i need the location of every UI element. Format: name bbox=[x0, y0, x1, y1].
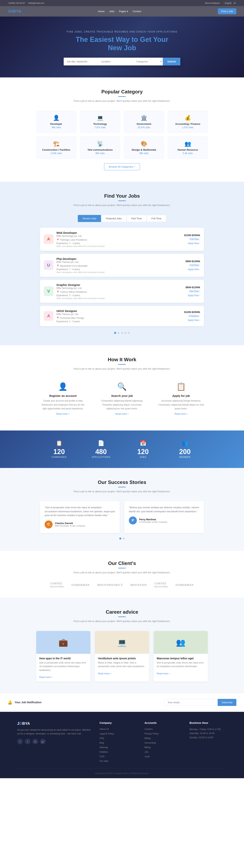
category-icon-2: 🏛️ bbox=[127, 115, 161, 121]
footer-accounts-link-1[interactable]: Privacy Policy bbox=[144, 732, 159, 735]
stories-title: Our Success Stories bbox=[8, 479, 236, 485]
how-read-more-2[interactable]: Read more > bbox=[174, 412, 188, 415]
apply-now-button-3[interactable]: Apply Now › bbox=[184, 319, 200, 321]
footer-accounts-link-2[interactable]: Billing bbox=[144, 737, 151, 740]
story-dot-2[interactable] bbox=[123, 537, 125, 539]
career-read-more-0[interactable]: Read more > bbox=[39, 676, 53, 679]
footer-company-link-2[interactable]: FAQ bbox=[100, 737, 104, 740]
job-company-1: Riffa Themes pvt. Ltd. bbox=[56, 261, 183, 264]
stories-divider bbox=[118, 487, 126, 487]
pagination-dot-4[interactable] bbox=[128, 332, 130, 334]
category-card-4[interactable]: 🏗️ Construction / Facilities 2,546 Jobs bbox=[36, 136, 76, 159]
pagination-dot-1[interactable] bbox=[118, 332, 119, 334]
category-card-5[interactable]: 📡 Tele-communications 966 Jobs bbox=[80, 136, 120, 159]
nav-contact[interactable]: Contact bbox=[133, 10, 141, 13]
job-meta-2: 📍 Tuomov Silicon Residence bbox=[56, 291, 183, 293]
category-select[interactable]: Categories Developer Designer Technology bbox=[132, 58, 163, 65]
job-salary-0: $1200-$2500k bbox=[184, 234, 200, 237]
apply-now-button-1[interactable]: Apply Now › bbox=[186, 268, 200, 271]
post-job-button[interactable]: Post a Job bbox=[218, 8, 236, 14]
career-title-0: How apps Is the IT world bbox=[39, 657, 87, 660]
category-name-4: Construction / Facilities bbox=[39, 148, 73, 151]
pagination-dot-2[interactable] bbox=[121, 332, 123, 334]
login-label[interactable]: Demo Employer bbox=[205, 2, 220, 4]
category-icon-0: 👤 bbox=[39, 115, 73, 121]
career-read-more-1[interactable]: Read more > bbox=[98, 672, 111, 675]
footer-accounts-link-4[interactable]: Billing bbox=[144, 746, 151, 749]
footer-company-link-6[interactable]: CSO bbox=[100, 755, 105, 758]
job-tab-full-time[interactable]: Full Time bbox=[146, 215, 166, 222]
category-card-3[interactable]: 💰 Accounting / Finance 1,576 Jobs bbox=[168, 111, 208, 133]
business-hour-1: Saturday: 10:00 to 14:00 bbox=[189, 732, 227, 736]
category-count-6: 586 Jobs bbox=[127, 152, 161, 155]
social-twitter[interactable]: t bbox=[25, 739, 30, 744]
career-content-2: Maecenas tempus tellus eget Sed ut persp… bbox=[154, 654, 208, 678]
job-experience-0: Experience: 2 - 3 years bbox=[56, 242, 181, 245]
footer-accounts-link-0[interactable]: Careers bbox=[144, 728, 153, 731]
category-card-2[interactable]: 🏛️ Government 25,676 Jobs bbox=[124, 111, 164, 133]
job-type-1: Full Time bbox=[189, 264, 200, 267]
footer-company-link-5[interactable]: Hobbies bbox=[100, 751, 108, 753]
footer-company-link-4[interactable]: Sitemap bbox=[100, 746, 108, 749]
career-read-more-2[interactable]: Read more > bbox=[157, 672, 170, 675]
job-tab-recent-jobs[interactable]: Recent Jobs bbox=[78, 215, 101, 222]
stat-label-1: APPLICATIONS bbox=[82, 456, 120, 459]
footer-accounts-link-5[interactable]: Job bbox=[144, 751, 148, 753]
language-select[interactable]: English French Spanish bbox=[223, 1, 236, 5]
footer-company-link-7[interactable]: Our Idea bbox=[100, 760, 108, 763]
apply-now-button-0[interactable]: Apply Now › bbox=[184, 242, 200, 245]
newsletter-email-input[interactable] bbox=[164, 699, 218, 706]
category-card-6[interactable]: 🎨 Design & Multimedia 586 Jobs bbox=[124, 136, 164, 159]
search-submit-button[interactable]: Submit bbox=[163, 58, 180, 65]
job-location-1: 📍 Mackintosh Crcs Alexander bbox=[56, 265, 88, 267]
job-experience-1: Experience: 7 - 9 years bbox=[56, 268, 183, 271]
stat-number-2: 120 bbox=[124, 448, 162, 456]
career-desc-0: Sed ut perspiciatis unde omnis iste natu… bbox=[39, 661, 87, 672]
pagination-dot-0[interactable] bbox=[114, 332, 116, 334]
category-icon-3: 💰 bbox=[171, 115, 205, 121]
how-icon-0: 👤 bbox=[40, 382, 86, 391]
browse-all-categories-button[interactable]: Browse All Categories > bbox=[104, 163, 140, 170]
job-right-3: $1200-$2500k Freelance Apply Now › bbox=[184, 311, 200, 321]
nav-home[interactable]: Home bbox=[98, 10, 105, 13]
category-card-1[interactable]: 💻 Technology 7,679 Jobs bbox=[80, 111, 120, 133]
how-read-more-1[interactable]: Read more > bbox=[115, 412, 129, 415]
stats-grid: 📋 120 COMPANIES 📄 480 APPLICATIONS 📅 120… bbox=[40, 440, 204, 459]
location-input[interactable] bbox=[98, 58, 132, 65]
job-info-3: UI/UX Designer Riffa Themes pvt. Ltd. 📍 … bbox=[56, 309, 181, 323]
nav-jobs[interactable]: Jobs bbox=[109, 10, 114, 13]
social-facebook[interactable]: f bbox=[17, 739, 23, 744]
category-card-0[interactable]: 👤 Developer 966 Jobs bbox=[36, 111, 76, 133]
social-linkedin[interactable]: in bbox=[32, 739, 38, 744]
newsletter-subscribe-button[interactable]: Subscribe bbox=[218, 699, 236, 706]
career-card-2: 👥 Maecenas tempus tellus eget Sed ut per… bbox=[154, 631, 208, 682]
nav-pages[interactable]: Pages ▾ bbox=[119, 10, 128, 13]
story-card-0: "Sed ut perspiciatis unde omnis iste nat… bbox=[40, 501, 120, 533]
client-logo-5: FISHERMAN bbox=[175, 584, 194, 587]
how-subtitle: Post a job to tell us about your project… bbox=[65, 367, 179, 371]
social-google-plus[interactable]: g+ bbox=[40, 739, 46, 744]
job-tab-part-time[interactable]: Part Time bbox=[127, 215, 147, 222]
footer-accounts-link-3[interactable]: Accounting bbox=[144, 742, 156, 744]
how-read-more-0[interactable]: Read more > bbox=[56, 412, 70, 415]
story-dot-1[interactable] bbox=[119, 537, 121, 539]
footer-bottom: Copyright @ 2019 | Company Gamo. All Rig… bbox=[17, 768, 227, 774]
career-desc-1: Metus & Vitae. Magna & Vitae. Sed ut per… bbox=[98, 661, 146, 668]
job-salary-1: $900-$1200k bbox=[186, 260, 200, 263]
stat-number-1: 480 bbox=[82, 448, 120, 456]
pagination-dot-3[interactable] bbox=[125, 332, 126, 334]
pagination bbox=[8, 332, 236, 334]
how-title-2: Apply for job bbox=[158, 394, 204, 397]
job-tab-featured-jobs[interactable]: Featured Jobs bbox=[101, 215, 126, 222]
category-card-7[interactable]: 👥 Human Resource 5,46 Jobs bbox=[168, 136, 208, 159]
footer-company-link-3[interactable]: Blog bbox=[100, 742, 104, 744]
footer-company-link-0[interactable]: About Us bbox=[100, 728, 109, 731]
success-stories-section: Our Success Stories Post a job to tell u… bbox=[0, 468, 244, 551]
apply-now-button-2[interactable]: Apply Now › bbox=[186, 294, 200, 297]
footer-accounts-link-6[interactable]: A job bbox=[144, 755, 150, 758]
newsletter-icon: 🔔 bbox=[8, 700, 12, 705]
clients-divider bbox=[118, 568, 126, 568]
job-search-input[interactable] bbox=[64, 58, 98, 65]
job-type-0: Full Time bbox=[189, 238, 200, 241]
footer-company-link-1[interactable]: Legal & Policy bbox=[100, 732, 114, 735]
